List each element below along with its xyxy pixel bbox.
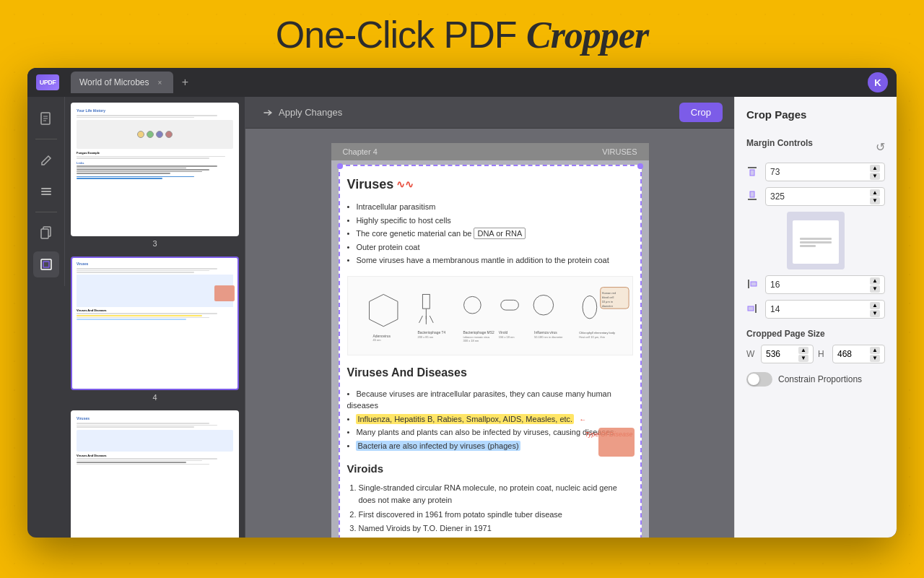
preview-line-1 xyxy=(800,238,832,240)
top-margin-row: 73 ▲ ▼ xyxy=(746,163,885,181)
title-part1: One-Click PDF xyxy=(276,14,526,56)
svg-text:200 x 85 nm: 200 x 85 nm xyxy=(417,335,433,338)
svg-rect-40 xyxy=(750,170,754,176)
top-margin-input[interactable]: 73 ▲ ▼ xyxy=(765,163,885,181)
thumbnail-3-label: 3 xyxy=(71,239,239,248)
dna-rna-text: DNA or RNA xyxy=(474,228,526,239)
width-input[interactable]: 536 ▲ ▼ xyxy=(761,345,814,363)
left-margin-up[interactable]: ▲ xyxy=(870,277,880,285)
svg-rect-45 xyxy=(748,306,754,311)
thumbnail-3-image: Your Life History Fungus Example xyxy=(71,103,239,236)
viruses-bullet-list: Intracellular parasitism Highly specific… xyxy=(347,200,633,267)
svg-text:Bacteriophage T4: Bacteriophage T4 xyxy=(417,330,445,334)
thumbnail-page-5[interactable]: Viruses Viruses And Diseases 5 xyxy=(71,410,239,538)
left-margin-spinners[interactable]: ▲ ▼ xyxy=(870,277,880,293)
tab-world-of-microbes[interactable]: World of Microbes × xyxy=(71,72,173,93)
right-margin-up[interactable]: ▲ xyxy=(870,302,880,309)
svg-rect-8 xyxy=(41,229,48,238)
tab-label: World of Microbes xyxy=(79,77,149,87)
left-margin-icon xyxy=(746,278,761,292)
arrow-annotation: ← xyxy=(579,415,586,423)
svg-text:300 x 18 nm: 300 x 18 nm xyxy=(463,339,479,342)
width-up[interactable]: ▲ xyxy=(798,347,808,354)
svg-rect-25 xyxy=(500,300,518,310)
tab-close-button[interactable]: × xyxy=(154,77,165,87)
right-margin-input[interactable]: 14 ▲ ▼ xyxy=(765,300,885,319)
viroids-list: Single-stranded circular RNA molecule, n… xyxy=(347,482,633,538)
virus-squiggle: ∿∿ xyxy=(396,177,414,192)
titlebar: UPDF World of Microbes × + K xyxy=(27,68,897,97)
svg-line-18 xyxy=(430,316,433,323)
height-up[interactable]: ▲ xyxy=(870,347,880,354)
sidebar-icons xyxy=(27,97,65,286)
top-margin-icon xyxy=(746,165,761,179)
bullet-3: The core genetic material can be DNA or … xyxy=(347,227,633,241)
top-margin-value: 73 xyxy=(770,167,780,177)
top-margin-up[interactable]: ▲ xyxy=(870,165,880,172)
cropped-size-row: W 536 ▲ ▼ H 468 ▲ ▼ xyxy=(746,345,885,363)
crop-pages-title: Crop Pages xyxy=(746,108,806,121)
svg-rect-46 xyxy=(755,304,757,313)
constrain-row: Constrain Proportions xyxy=(746,372,885,387)
crop-label: Crop xyxy=(691,107,711,118)
crop-page-icon[interactable] xyxy=(33,251,59,277)
height-down[interactable]: ▼ xyxy=(870,355,880,362)
top-margin-down[interactable]: ▼ xyxy=(870,173,880,180)
svg-text:Adenovirus: Adenovirus xyxy=(372,334,391,337)
right-margin-value: 14 xyxy=(770,304,780,314)
apply-changes-button[interactable]: Apply Changes xyxy=(257,104,348,121)
sidebar-separator-1 xyxy=(35,139,57,139)
left-margin-value: 16 xyxy=(770,280,780,290)
reset-button[interactable]: ↺ xyxy=(876,140,885,154)
thumbnail-4-image: Viruses Viruses And Diseases xyxy=(71,256,239,390)
height-label: H xyxy=(818,349,828,359)
viruses-diseases-list: Because viruses are intracellular parasi… xyxy=(347,387,633,453)
top-margin-spinners[interactable]: ▲ ▼ xyxy=(870,165,880,180)
svg-rect-10 xyxy=(43,262,49,267)
bottom-margin-icon xyxy=(746,190,761,204)
svg-marker-11 xyxy=(369,294,397,326)
viroid-item-2: First discovered in 1961 from potato spi… xyxy=(359,509,633,522)
svg-text:45 nm: 45 nm xyxy=(372,338,381,342)
disease-bullet-4: Bacteria are also infected by viruses (p… xyxy=(347,439,633,453)
thumbnail-page-3[interactable]: Your Life History Fungus Example xyxy=(71,103,239,248)
page-viewer[interactable]: Chapter 4 VIRUSES xyxy=(245,129,734,538)
right-margin-row: 14 ▲ ▼ xyxy=(746,300,885,319)
page-header-bar: Chapter 4 VIRUSES xyxy=(331,143,649,160)
svg-text:blood cell: blood cell xyxy=(601,296,614,299)
document-icon[interactable] xyxy=(33,105,59,131)
left-margin-input[interactable]: 16 ▲ ▼ xyxy=(765,275,885,294)
diseases-list-highlighted: Influenza, Hepatitis B, Rabies, Smallpox… xyxy=(356,414,574,424)
bottom-margin-spinners[interactable]: ▲ ▼ xyxy=(870,189,880,204)
cropped-page-size-title: Cropped Page Size xyxy=(746,329,885,339)
page-content: Viruses ∿∿ Intracellular parasitism High… xyxy=(331,160,649,538)
svg-rect-5 xyxy=(41,191,51,192)
tab-add-button[interactable]: + xyxy=(176,74,193,91)
pen-icon[interactable] xyxy=(33,147,59,173)
right-margin-down[interactable]: ▼ xyxy=(870,310,880,317)
app-window: UPDF World of Microbes × + K xyxy=(27,68,897,538)
svg-text:tobacco mosaic virus: tobacco mosaic virus xyxy=(463,335,489,338)
height-input[interactable]: 468 ▲ ▼ xyxy=(832,345,885,363)
right-margin-spinners[interactable]: ▲ ▼ xyxy=(870,302,880,317)
svg-text:10 μm in: 10 μm in xyxy=(601,300,612,303)
bottom-margin-input[interactable]: 325 ▲ ▼ xyxy=(765,187,885,206)
height-spinners[interactable]: ▲ ▼ xyxy=(870,347,880,362)
svg-text:Host cell 10 μm, thin: Host cell 10 μm, thin xyxy=(579,335,605,338)
width-spinners[interactable]: ▲ ▼ xyxy=(798,347,808,362)
left-margin-down[interactable]: ▼ xyxy=(870,285,880,293)
list-icon[interactable] xyxy=(33,178,59,204)
sidebar-separator-2 xyxy=(35,212,57,212)
svg-rect-39 xyxy=(748,167,757,168)
page-inner: Viruses ∿∿ Intracellular parasitism High… xyxy=(331,160,649,538)
constrain-toggle[interactable] xyxy=(746,372,772,387)
toggle-knob xyxy=(748,374,759,385)
thumbnail-page-4[interactable]: Viruses Viruses And Diseases 4 xyxy=(71,256,239,402)
crop-button[interactable]: Crop xyxy=(679,103,723,122)
bottom-margin-down[interactable]: ▼ xyxy=(870,197,880,204)
height-value: 468 xyxy=(837,349,852,359)
width-down[interactable]: ▼ xyxy=(798,355,808,362)
left-margin-row: 16 ▲ ▼ xyxy=(746,275,885,294)
bottom-margin-up[interactable]: ▲ xyxy=(870,189,880,197)
copy-icon[interactable] xyxy=(33,220,59,246)
